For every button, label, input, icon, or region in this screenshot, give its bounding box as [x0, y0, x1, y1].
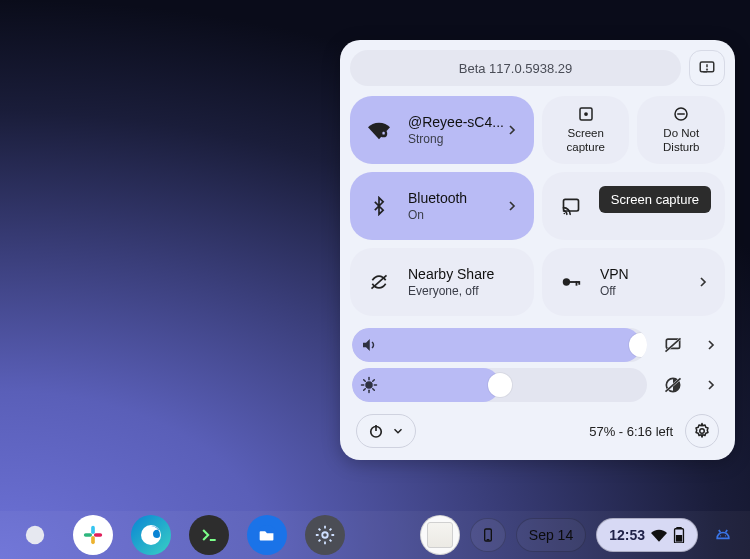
- nearby-share-tile[interactable]: Nearby Share Everyone, off: [350, 248, 534, 316]
- svg-point-33: [700, 429, 705, 434]
- monitor-slash-icon: [663, 335, 683, 355]
- svg-line-18: [666, 338, 681, 351]
- svg-line-50: [726, 530, 728, 533]
- chevron-right-icon[interactable]: [695, 198, 711, 214]
- app-settings[interactable]: [305, 515, 345, 555]
- svg-line-11: [372, 275, 387, 288]
- display-settings-chevron[interactable]: [699, 369, 723, 401]
- tray-phone-hub[interactable]: [470, 518, 506, 552]
- brightness-icon: [360, 376, 378, 394]
- files-icon: [256, 524, 278, 546]
- app-files[interactable]: [247, 515, 287, 555]
- feedback-button[interactable]: [689, 50, 725, 86]
- cast-icon: [558, 196, 584, 216]
- bluetooth-icon: [366, 196, 392, 216]
- gear-icon: [693, 422, 711, 440]
- power-menu-button[interactable]: [356, 414, 416, 448]
- tray-android[interactable]: [708, 525, 738, 545]
- wifi-icon: [651, 527, 667, 543]
- edge-icon: [139, 523, 163, 547]
- gear-icon: [314, 524, 336, 546]
- app-slack[interactable]: [73, 515, 113, 555]
- quick-settings-panel: Beta 117.0.5938.29 @Reyee-sC4... Strong: [340, 40, 735, 460]
- screen-capture-tile[interactable]: Screen capture: [542, 96, 630, 164]
- svg-point-6: [584, 112, 588, 116]
- svg-rect-4: [382, 132, 384, 135]
- screen-capture-label: Screen capture: [551, 127, 621, 155]
- brightness-slider[interactable]: [352, 368, 647, 402]
- chevron-right-icon[interactable]: [504, 198, 520, 214]
- status-icons: [651, 527, 685, 543]
- nearby-share-icon: [366, 272, 392, 292]
- svg-line-25: [373, 389, 375, 391]
- nearby-share-label: Nearby Share: [408, 266, 520, 282]
- audio-output-button[interactable]: [657, 329, 689, 361]
- svg-point-48: [725, 535, 726, 536]
- tray-date-text: Sep 14: [529, 527, 573, 543]
- night-light-button[interactable]: [657, 369, 689, 401]
- svg-point-2: [707, 69, 708, 70]
- cast-tile[interactable]: Cast screen: [542, 172, 725, 240]
- svg-point-19: [366, 382, 372, 388]
- vpn-key-icon: [558, 271, 584, 293]
- terminal-icon: [199, 525, 219, 545]
- slack-icon: [82, 524, 104, 546]
- dnd-tile[interactable]: Do Not Disturb: [637, 96, 725, 164]
- tray-time-text: 12:53: [609, 527, 645, 543]
- tray-date[interactable]: Sep 14: [516, 518, 586, 552]
- chevron-down-icon: [391, 424, 405, 438]
- chevron-right-icon[interactable]: [504, 122, 520, 138]
- settings-button[interactable]: [685, 414, 719, 448]
- vpn-label: VPN: [600, 266, 695, 282]
- desktop-wallpaper: Beta 117.0.5938.29 @Reyee-sC4... Strong: [0, 0, 750, 559]
- battery-icon: [673, 527, 685, 543]
- chevron-right-icon[interactable]: [695, 274, 711, 290]
- vpn-tile[interactable]: VPN Off: [542, 248, 725, 316]
- shelf-apps: [0, 515, 345, 555]
- svg-rect-14: [576, 281, 578, 286]
- bluetooth-label: Bluetooth: [408, 190, 504, 206]
- app-terminal[interactable]: [189, 515, 229, 555]
- svg-point-41: [322, 532, 328, 538]
- cast-label: Cast screen: [600, 198, 695, 214]
- vpn-status: Off: [600, 284, 695, 298]
- bluetooth-status: On: [408, 208, 504, 222]
- dnd-icon: [672, 105, 690, 123]
- launcher-icon: [24, 524, 46, 546]
- svg-rect-38: [94, 533, 102, 537]
- svg-line-24: [364, 380, 366, 382]
- svg-rect-37: [91, 536, 95, 544]
- svg-line-49: [719, 530, 721, 533]
- shelf-tray: Sep 14 12:53: [420, 515, 750, 555]
- tray-window-preview[interactable]: [420, 515, 460, 555]
- wifi-tile[interactable]: @Reyee-sC4... Strong: [350, 96, 534, 164]
- svg-rect-46: [676, 535, 682, 542]
- android-icon: [713, 525, 733, 545]
- wifi-strength: Strong: [408, 132, 504, 146]
- bluetooth-tile[interactable]: Bluetooth On: [350, 172, 534, 240]
- app-edge[interactable]: [131, 515, 171, 555]
- screen-capture-icon: [577, 105, 595, 123]
- svg-rect-35: [91, 526, 95, 534]
- battery-text: 57% - 6:16 left: [589, 424, 673, 439]
- volume-slider[interactable]: [352, 328, 647, 362]
- launcher-button[interactable]: [15, 515, 55, 555]
- svg-rect-13: [568, 281, 579, 283]
- svg-rect-15: [578, 281, 580, 285]
- beta-version-pill[interactable]: Beta 117.0.5938.29: [350, 50, 681, 86]
- brightness-slider-row: [352, 368, 723, 402]
- svg-rect-9: [563, 199, 578, 211]
- nearby-share-status: Everyone, off: [408, 284, 520, 298]
- night-light-off-icon: [663, 375, 683, 395]
- feedback-icon: [698, 59, 716, 77]
- svg-line-27: [373, 380, 375, 382]
- tray-status-area[interactable]: 12:53: [596, 518, 698, 552]
- wifi-name: @Reyee-sC4...: [408, 114, 504, 130]
- volume-slider-row: [352, 328, 723, 362]
- phone-icon: [480, 527, 496, 543]
- svg-point-10: [563, 213, 565, 215]
- power-icon: [367, 422, 385, 440]
- volume-icon: [360, 336, 378, 354]
- dnd-label: Do Not Disturb: [646, 127, 716, 155]
- audio-settings-chevron[interactable]: [699, 329, 723, 361]
